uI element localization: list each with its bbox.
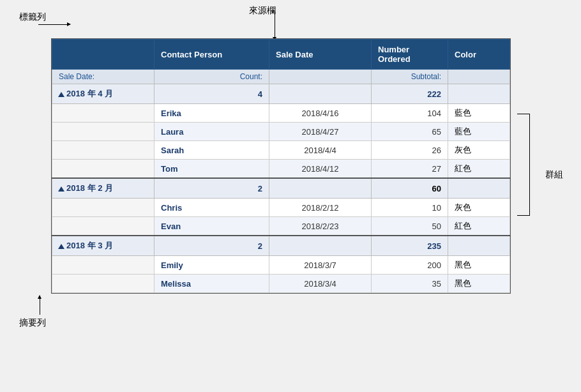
group-label-2: 2018 年 3 月 — [52, 236, 155, 256]
triangle-icon-1 — [58, 186, 64, 192]
row-date: 2018/3/4 — [269, 275, 372, 293]
row-num: 10 — [372, 199, 448, 217]
label-row-annotation: 標籤列 — [19, 11, 46, 23]
group-subtotal-2: 235 — [372, 236, 448, 256]
table-row: Melissa 2018/3/4 35 黑色 — [52, 275, 510, 293]
row-date: 2018/4/16 — [269, 104, 372, 123]
row-date: 2018/4/12 — [269, 160, 372, 179]
row-num: 50 — [372, 217, 448, 236]
row-person: Laura — [155, 123, 269, 141]
row-person: Melissa — [155, 275, 269, 293]
summary-row-arrow — [40, 296, 40, 315]
subheader-subtotal: Subtotal: — [372, 70, 448, 84]
group-empty2-1 — [448, 178, 510, 199]
row-num: 35 — [372, 275, 448, 293]
row-empty — [52, 104, 155, 123]
table-row: Sarah 2018/4/4 26 灰色 — [52, 141, 510, 160]
row-num: 104 — [372, 104, 448, 123]
row-empty — [52, 256, 155, 275]
group-count-0: 4 — [155, 84, 269, 104]
row-date: 2018/2/12 — [269, 199, 372, 217]
col-empty — [52, 40, 155, 70]
table-row: Evan 2018/2/23 50 紅色 — [52, 217, 510, 236]
row-num: 26 — [372, 141, 448, 160]
subheader-empty2 — [448, 70, 510, 84]
label-row-arrow — [38, 24, 70, 25]
row-empty — [52, 217, 155, 236]
row-empty — [52, 275, 155, 293]
table-row: Emily 2018/3/7 200 黑色 — [52, 256, 510, 275]
row-date: 2018/2/23 — [269, 217, 372, 236]
group-empty2-2 — [448, 236, 510, 256]
table-row: Laura 2018/4/27 65 藍色 — [52, 123, 510, 141]
group-count-2: 2 — [155, 236, 269, 256]
group-subtotal-1: 60 — [372, 178, 448, 199]
group-brace — [517, 114, 530, 216]
row-person: Evan — [155, 217, 269, 236]
subheader-sale-date: Sale Date: — [52, 70, 155, 84]
row-color: 灰色 — [448, 141, 510, 160]
subheader-row: Sale Date: Count: Subtotal: — [52, 70, 510, 84]
row-person: Sarah — [155, 141, 269, 160]
subheader-count: Count: — [155, 70, 269, 84]
row-color: 紅色 — [448, 160, 510, 179]
row-person: Erika — [155, 104, 269, 123]
row-color: 黑色 — [448, 256, 510, 275]
table-row: Tom 2018/4/12 27 紅色 — [52, 160, 510, 179]
col-number-ordered: Number Ordered — [372, 40, 448, 70]
group-subtotal-0: 222 — [372, 84, 448, 104]
row-empty — [52, 160, 155, 179]
group-header-0: 2018 年 4 月 4 222 — [52, 84, 510, 104]
col-contact-person: Contact Person — [155, 40, 269, 70]
row-color: 藍色 — [448, 104, 510, 123]
group-empty2-0 — [448, 84, 510, 104]
group-label-1: 2018 年 2 月 — [52, 178, 155, 199]
row-empty — [52, 123, 155, 141]
group-empty1-0 — [269, 84, 372, 104]
group-header-2: 2018 年 3 月 2 235 — [52, 236, 510, 256]
subheader-empty1 — [269, 70, 372, 84]
summary-row-annotation: 摘要列 — [19, 317, 46, 329]
group-annotation: 群組 — [545, 169, 563, 181]
row-empty — [52, 199, 155, 217]
group-header-1: 2018 年 2 月 2 60 — [52, 178, 510, 199]
table-row: Chris 2018/2/12 10 灰色 — [52, 199, 510, 217]
group-count-1: 2 — [155, 178, 269, 199]
row-person: Emily — [155, 256, 269, 275]
row-date: 2018/4/27 — [269, 123, 372, 141]
col-sale-date: Sale Date — [269, 40, 372, 70]
header-row: Contact Person Sale Date Number Ordered … — [52, 40, 510, 70]
source-column-annotation: 來源欄 — [249, 5, 276, 17]
col-color: Color — [448, 40, 510, 70]
row-color: 黑色 — [448, 275, 510, 293]
row-num: 27 — [372, 160, 448, 179]
triangle-icon-0 — [58, 92, 64, 97]
group-empty1-1 — [269, 178, 372, 199]
row-color: 藍色 — [448, 123, 510, 141]
source-column-arrow — [275, 11, 275, 40]
group-empty1-2 — [269, 236, 372, 256]
row-num: 200 — [372, 256, 448, 275]
data-table: Contact Person Sale Date Number Ordered … — [52, 39, 510, 293]
triangle-icon-2 — [58, 244, 64, 249]
group-label-0: 2018 年 4 月 — [52, 84, 155, 104]
row-empty — [52, 141, 155, 160]
row-color: 紅色 — [448, 217, 510, 236]
main-table-wrapper: Contact Person Sale Date Number Ordered … — [51, 38, 511, 294]
row-person: Tom — [155, 160, 269, 179]
row-date: 2018/4/4 — [269, 141, 372, 160]
row-color: 灰色 — [448, 199, 510, 217]
row-num: 65 — [372, 123, 448, 141]
row-date: 2018/3/7 — [269, 256, 372, 275]
row-person: Chris — [155, 199, 269, 217]
table-row: Erika 2018/4/16 104 藍色 — [52, 104, 510, 123]
